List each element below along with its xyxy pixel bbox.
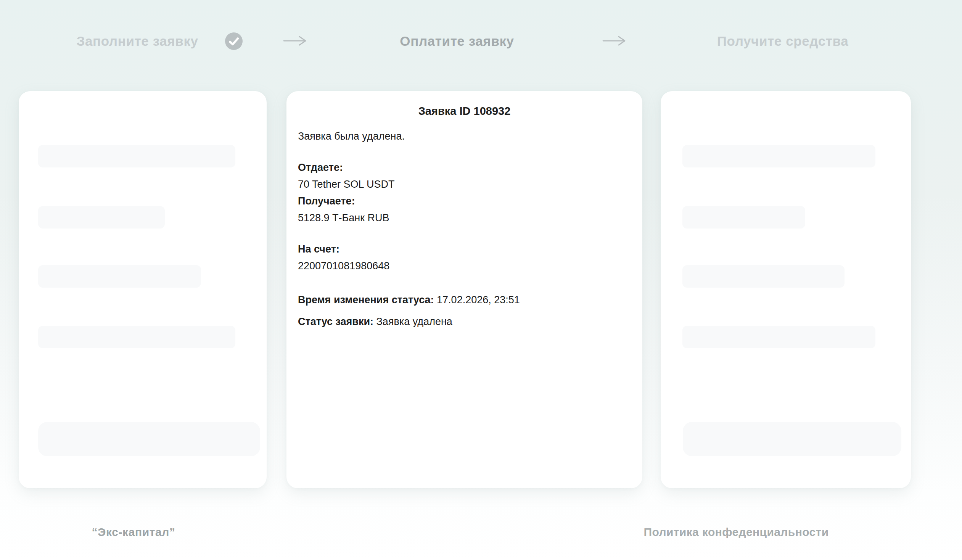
step-fill-request: Заполните заявку	[76, 34, 198, 49]
arrow-right-icon	[283, 35, 307, 47]
privacy-policy-link[interactable]: Политика конфеденциальности	[626, 526, 847, 539]
skeleton-placeholder	[683, 206, 805, 229]
skeleton-button-placeholder	[683, 422, 901, 456]
status-label: Статус заявки:	[298, 316, 373, 327]
order-title: Заявка ID 108932	[298, 104, 631, 118]
order-amounts-block: Отдаете: 70 Tether SOL USDT Получаете: 5…	[298, 159, 631, 226]
give-label: Отдаете:	[298, 159, 631, 176]
skeleton-placeholder	[38, 326, 236, 348]
receive-label: Получаете:	[298, 193, 631, 210]
status-time-line: Время изменения статуса: 17.02.2026, 23:…	[298, 291, 631, 308]
arrow-right-icon	[602, 35, 626, 47]
brand-name: “Экс-капитал”	[0, 526, 267, 539]
skeleton-placeholder	[38, 145, 236, 168]
skeleton-placeholder	[38, 206, 165, 229]
skeleton-placeholder	[683, 326, 875, 348]
check-circle-icon	[225, 32, 242, 50]
order-deleted-message: Заявка была удалена.	[298, 128, 631, 145]
skeleton-button-placeholder	[38, 422, 260, 456]
skeleton-placeholder	[683, 145, 875, 168]
status-line: Статус заявки: Заявка удалена	[298, 313, 631, 330]
left-panel-card	[19, 91, 266, 488]
step-pay-request: Оплатите заявку	[400, 34, 514, 49]
order-card: Заявка ID 108932 Заявка была удалена. От…	[286, 91, 642, 488]
order-account-block: На счет: 2200701081980648	[298, 241, 631, 274]
status-value: Заявка удалена	[376, 316, 452, 327]
page: Заполните заявку Оплатите заявку Получит…	[0, 0, 962, 560]
status-time-value: 17.02.2026, 23:51	[437, 294, 520, 305]
account-value: 2200701081980648	[298, 258, 631, 274]
right-panel-card	[661, 91, 911, 488]
receive-value: 5128.9 Т-Банк RUB	[298, 210, 631, 226]
step-receive-funds: Получите средства	[717, 34, 848, 49]
skeleton-placeholder	[683, 265, 844, 287]
status-time-label: Время изменения статуса:	[298, 294, 434, 305]
order-card-body: Заявка ID 108932 Заявка была удалена. От…	[286, 91, 642, 330]
give-value: 70 Tether SOL USDT	[298, 176, 631, 193]
skeleton-placeholder	[38, 265, 201, 287]
progress-steps: Заполните заявку Оплатите заявку Получит…	[0, 0, 962, 65]
account-label: На счет:	[298, 241, 631, 258]
